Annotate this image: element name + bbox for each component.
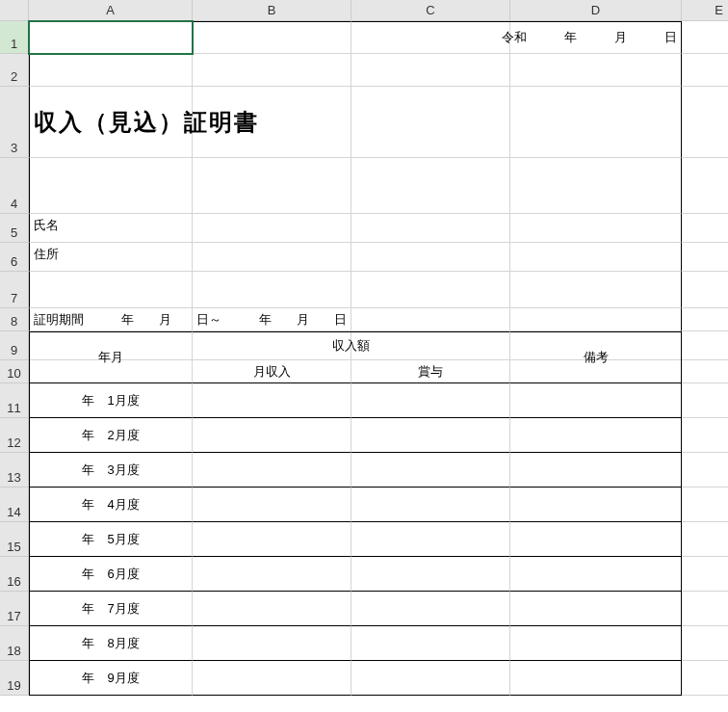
cell-E14[interactable]	[682, 488, 728, 522]
row-headers: 12345678910111213141516171819	[0, 21, 29, 696]
cell-E19[interactable]	[682, 661, 728, 696]
month-row-4: 年 4月度	[29, 488, 193, 522]
remarks-cell-5[interactable]	[510, 522, 682, 557]
cell-C7[interactable]	[351, 272, 510, 308]
cell-B6[interactable]	[193, 243, 351, 272]
cell-C2[interactable]	[351, 54, 510, 87]
bonus-cell-9[interactable]	[351, 661, 510, 696]
remarks-cell-9[interactable]	[510, 661, 682, 696]
col-header-C[interactable]: C	[351, 0, 510, 20]
row-header-8[interactable]: 8	[0, 308, 28, 331]
bonus-cell-5[interactable]	[351, 522, 510, 557]
col-header-A[interactable]: A	[29, 0, 193, 20]
cell-E2[interactable]	[682, 54, 728, 87]
cell-E13[interactable]	[682, 453, 728, 488]
cell-E12[interactable]	[682, 418, 728, 453]
cell-B2[interactable]	[193, 54, 351, 87]
row-header-11[interactable]: 11	[0, 383, 28, 418]
remarks-cell-6[interactable]	[510, 557, 682, 592]
cell-B4[interactable]	[193, 158, 351, 214]
cell-E9[interactable]	[682, 331, 728, 360]
lborder-r3	[29, 158, 193, 214]
cell-E17[interactable]	[682, 592, 728, 626]
cell-E7[interactable]	[682, 272, 728, 308]
month-row-1: 年 1月度	[29, 383, 193, 418]
monthly-income-cell-9[interactable]	[193, 661, 351, 696]
cell-E6[interactable]	[682, 243, 728, 272]
lborder-r6	[29, 272, 193, 308]
monthly-income-cell-3[interactable]	[193, 453, 351, 488]
row-header-13[interactable]: 13	[0, 453, 28, 488]
cell-E5[interactable]	[682, 214, 728, 243]
row1-right	[510, 21, 682, 54]
cell-C5[interactable]	[351, 214, 510, 243]
remarks-cell-4[interactable]	[510, 488, 682, 522]
cell-E1[interactable]	[682, 21, 728, 54]
row-header-5[interactable]: 5	[0, 214, 28, 243]
row-header-12[interactable]: 12	[0, 418, 28, 453]
row-header-6[interactable]: 6	[0, 243, 28, 272]
remarks-cell-2[interactable]	[510, 418, 682, 453]
bonus-header: 賞与	[351, 360, 510, 383]
cell-E4[interactable]	[682, 158, 728, 214]
row-header-4[interactable]: 4	[0, 158, 28, 214]
cell-A1[interactable]	[29, 21, 193, 54]
rborder-r5	[510, 243, 682, 272]
cell-C3[interactable]	[351, 87, 510, 158]
cell-E16[interactable]	[682, 557, 728, 592]
monthly-income-header: 月収入	[193, 360, 351, 383]
month-row-2: 年 2月度	[29, 418, 193, 453]
lborder-r1	[29, 54, 193, 87]
col-header-D[interactable]: D	[510, 0, 682, 20]
row-header-18[interactable]: 18	[0, 626, 28, 661]
bonus-cell-1[interactable]	[351, 383, 510, 418]
bonus-cell-6[interactable]	[351, 557, 510, 592]
bonus-cell-3[interactable]	[351, 453, 510, 488]
cell-E11[interactable]	[682, 383, 728, 418]
month-row-3: 年 3月度	[29, 453, 193, 488]
cell-E10[interactable]	[682, 360, 728, 383]
select-all-corner[interactable]	[0, 0, 29, 21]
row-header-14[interactable]: 14	[0, 488, 28, 522]
bonus-cell-8[interactable]	[351, 626, 510, 661]
row-header-16[interactable]: 16	[0, 557, 28, 592]
month-row-7: 年 7月度	[29, 592, 193, 626]
col-header-B[interactable]: B	[193, 0, 351, 20]
cell-B7[interactable]	[193, 272, 351, 308]
address-label: 住所	[29, 243, 193, 272]
monthly-income-cell-5[interactable]	[193, 522, 351, 557]
remarks-cell-7[interactable]	[510, 592, 682, 626]
monthly-income-cell-2[interactable]	[193, 418, 351, 453]
row-header-19[interactable]: 19	[0, 661, 28, 696]
bonus-cell-2[interactable]	[351, 418, 510, 453]
cell-B5[interactable]	[193, 214, 351, 243]
row-header-10[interactable]: 10	[0, 360, 28, 383]
monthly-income-cell-4[interactable]	[193, 488, 351, 522]
row-header-3[interactable]: 3	[0, 87, 28, 158]
cell-C6[interactable]	[351, 243, 510, 272]
cell-E8[interactable]	[682, 308, 728, 331]
cell-E18[interactable]	[682, 626, 728, 661]
month-row-8: 年 8月度	[29, 626, 193, 661]
row-header-2[interactable]: 2	[0, 54, 28, 87]
monthly-income-cell-7[interactable]	[193, 592, 351, 626]
bonus-cell-4[interactable]	[351, 488, 510, 522]
row-header-17[interactable]: 17	[0, 592, 28, 626]
remarks-cell-3[interactable]	[510, 453, 682, 488]
bonus-cell-7[interactable]	[351, 592, 510, 626]
rborder-r3	[510, 158, 682, 214]
monthly-income-cell-6[interactable]	[193, 557, 351, 592]
remarks-cell-8[interactable]	[510, 626, 682, 661]
monthly-income-cell-1[interactable]	[193, 383, 351, 418]
remarks-cell-1[interactable]	[510, 383, 682, 418]
col-header-E[interactable]: E	[682, 0, 728, 20]
monthly-income-cell-8[interactable]	[193, 626, 351, 661]
cell-C4[interactable]	[351, 158, 510, 214]
cell-E15[interactable]	[682, 522, 728, 557]
row-header-7[interactable]: 7	[0, 272, 28, 308]
row-header-1[interactable]: 1	[0, 21, 28, 54]
row-header-15[interactable]: 15	[0, 522, 28, 557]
cell-E3[interactable]	[682, 87, 728, 158]
row-header-9[interactable]: 9	[0, 331, 28, 360]
rborder-r7	[510, 308, 682, 331]
